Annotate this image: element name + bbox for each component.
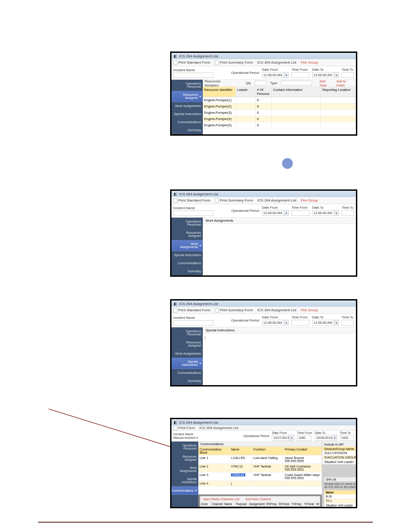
table-row[interactable]: Resources Unit Leaderunit bbox=[324, 507, 357, 508]
nav-communications[interactable]: Communications bbox=[171, 259, 203, 267]
open-radio-channels-link[interactable]: Open Radio Channels List bbox=[203, 498, 240, 501]
time-to-input[interactable] bbox=[342, 320, 354, 326]
nav-resources-assigned[interactable]: Resources Assigned bbox=[171, 453, 198, 464]
nav-resources-assigned[interactable]: Resources Assigned bbox=[171, 229, 203, 240]
fire-group-label: Fire Group bbox=[301, 308, 318, 312]
date-to-combo[interactable]: 12:00:00 AM ▾ bbox=[312, 72, 339, 78]
col-function: Function bbox=[252, 447, 283, 455]
table-row[interactable]: Engine-Pumper(2)0 bbox=[203, 103, 356, 110]
print-form-button[interactable]: Print Form bbox=[173, 426, 195, 430]
nav-summary[interactable]: Summary bbox=[171, 377, 203, 385]
nav-communications[interactable]: Communications bbox=[171, 118, 203, 126]
nav-summary[interactable]: Summary bbox=[171, 267, 203, 275]
table-row[interactable]: Line 3VTAC14VHF TacticalCoast Guard Wate… bbox=[198, 472, 322, 481]
table-row[interactable]: Engine-Pumper(1)0 bbox=[203, 97, 356, 103]
nav-resources-assigned[interactable]: Resources Assigned bbox=[171, 339, 203, 350]
nav-special-instructions[interactable]: Special Instructions bbox=[171, 110, 203, 118]
nav-operations-personnel[interactable]: Operations Personnel bbox=[171, 218, 203, 229]
nav-special-instructions[interactable]: Special Instructions◂ bbox=[171, 358, 203, 369]
print-standard-button[interactable]: Print Standard Form bbox=[173, 198, 210, 203]
work-assignments-title: Work Assignments bbox=[203, 218, 356, 224]
nav-special-instructions[interactable]: Special Instructions bbox=[171, 251, 203, 259]
channel-columns: Zone Channel Name Purpose Assignment RXF… bbox=[200, 502, 320, 506]
col-name: Name bbox=[324, 490, 357, 494]
nav-communications[interactable]: Communications bbox=[171, 369, 203, 377]
screenshot-resources-assigned: ◧ ICS 204 Assignment List Print Standard… bbox=[170, 51, 357, 136]
table-row[interactable]: Engine-Pumper(3)0 bbox=[203, 110, 356, 116]
time-from-input[interactable]: 1600 bbox=[297, 435, 311, 441]
add-to-chart-link[interactable]: Add to Chart bbox=[336, 79, 354, 87]
fire-group-label: Fire Group bbox=[301, 60, 318, 64]
type-input[interactable] bbox=[281, 81, 312, 86]
list-label: ICS 204 Assignment List bbox=[257, 60, 296, 64]
nav-work-assignments[interactable]: Work Assignments bbox=[171, 102, 203, 110]
table-row[interactable]: B-29unit bbox=[324, 494, 357, 499]
app-icon: ◧ bbox=[173, 420, 178, 425]
nav-work-assignments[interactable]: Work Assignments bbox=[171, 464, 198, 475]
resources-table: Resource Identifier Leader # Of Persons … bbox=[203, 87, 356, 129]
print-standard-button[interactable]: Print Standard Form bbox=[173, 60, 210, 65]
nav-work-assignments[interactable]: Work Assignments◂ bbox=[171, 240, 203, 251]
time-from-input[interactable] bbox=[291, 320, 309, 326]
qty-input[interactable] bbox=[255, 81, 267, 86]
nav-operations-personnel[interactable]: Operations Personnel bbox=[171, 442, 198, 453]
date-to-combo[interactable]: 12:00:00 AM▾ bbox=[312, 320, 339, 326]
print-summary-button[interactable]: Print Summary Form bbox=[215, 198, 253, 203]
date-from-combo[interactable]: 12:00:00 AM▾ bbox=[262, 210, 289, 216]
table-row[interactable]: Engine-Pumper(4)0 bbox=[203, 116, 356, 122]
date-from-combo[interactable]: 10/27/2014▾ bbox=[272, 435, 294, 441]
work-assignments-textarea[interactable] bbox=[203, 224, 356, 275]
incident-name-input[interactable] bbox=[173, 320, 214, 326]
chevron-left-icon: ◂ bbox=[199, 94, 201, 98]
table-row[interactable]: Engine-Pumper(5)0 bbox=[203, 122, 356, 129]
window-title-bar: ◧ ICS 204 Assignment List bbox=[171, 300, 356, 307]
time-to-input[interactable]: 1600 bbox=[340, 435, 354, 441]
print-summary-button[interactable]: Print Summary Form bbox=[215, 60, 253, 65]
table-row[interactable]: Line 1LCALLRSLow-band CallingJason Bourn… bbox=[198, 455, 322, 464]
add-type-link[interactable]: Add Type bbox=[319, 79, 333, 87]
incident-name-input[interactable] bbox=[173, 210, 214, 216]
table-row[interactable]: Line 4| bbox=[198, 481, 322, 486]
filter-row: Incident Name Operational Period Date Fr… bbox=[171, 66, 356, 80]
date-from-combo[interactable]: 12:00:00 AM ▾ bbox=[262, 72, 289, 78]
window-title-bar: ◧ ICS 204 Assignment List bbox=[171, 419, 356, 425]
print-summary-label: Print Summary Form bbox=[220, 60, 253, 64]
table-row[interactable]: TF-1unit bbox=[324, 498, 357, 503]
resources-header: Resources Assigned Qty Type Add Type Add… bbox=[203, 80, 356, 87]
nav-operations-personnel[interactable]: Operations Personnel bbox=[171, 327, 203, 339]
fire-group-label: Fire Group bbox=[301, 198, 318, 202]
screenshot-work-assignments: ◧ ICS 204 Assignment List Print Standard… bbox=[170, 189, 357, 277]
print-standard-button[interactable]: Print Standard Form bbox=[173, 308, 210, 313]
communications-table: Communication Block Name Function Primar… bbox=[198, 447, 322, 486]
op-period-label: Operational Period bbox=[243, 434, 269, 438]
col-primary-contact: Primary Contact bbox=[283, 447, 322, 455]
list-item[interactable]: ZULU DIVISION bbox=[322, 451, 357, 455]
nav-communications[interactable]: Communications◂ bbox=[171, 486, 198, 495]
nav-summary[interactable]: Summary bbox=[171, 126, 203, 134]
list-item[interactable]: EVACUATION GROUP bbox=[322, 455, 357, 460]
nav-special-instructions[interactable]: Special Instructions bbox=[171, 475, 198, 486]
nav-work-assignments[interactable]: Work Assignments bbox=[171, 350, 203, 358]
nav-resources-assigned[interactable]: Resources Assigned◂ bbox=[171, 91, 203, 102]
doc-icon bbox=[173, 308, 177, 313]
date-to-combo[interactable]: 12:00:00 AM▾ bbox=[312, 210, 339, 216]
selected-cell[interactable]: VTAC14 bbox=[231, 473, 245, 476]
col-persons: # Of Persons bbox=[256, 87, 272, 97]
special-instructions-textarea[interactable]: | bbox=[203, 334, 356, 385]
chevron-down-icon: ▾ bbox=[283, 73, 288, 77]
time-from-input[interactable] bbox=[291, 210, 309, 216]
date-from-combo[interactable]: 12:00:00 AM▾ bbox=[262, 320, 289, 326]
print-summary-button[interactable]: Print Summary Form bbox=[215, 308, 253, 313]
incident-name-input[interactable] bbox=[173, 73, 214, 78]
table-row[interactable]: Line 2VTAC13VHF TacticalOil Spill Contra… bbox=[198, 464, 322, 472]
incident-name-label: Incident Name bbox=[173, 316, 214, 320]
add-new-channel-link[interactable]: Add New Channel bbox=[246, 498, 271, 501]
date-to-combo[interactable]: 10/28/2014▾ bbox=[315, 435, 337, 441]
time-to-input[interactable] bbox=[342, 210, 354, 216]
table-row[interactable]: Situation Unit Leaderunit bbox=[324, 503, 357, 507]
list-item[interactable]: Situation Unit Leader bbox=[322, 460, 357, 464]
nav-operations-personnel[interactable]: Operations Personnel bbox=[171, 80, 203, 91]
time-from-input[interactable] bbox=[291, 72, 309, 78]
doc-icon bbox=[215, 60, 219, 65]
time-to-input[interactable] bbox=[342, 72, 354, 78]
